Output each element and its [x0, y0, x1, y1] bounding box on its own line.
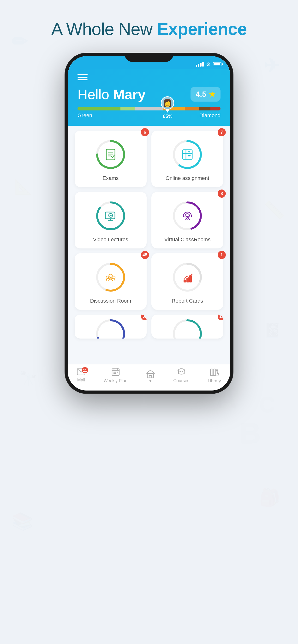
svg-rect-65	[149, 376, 152, 378]
nav-item-library[interactable]: Library	[208, 368, 221, 384]
svg-text:B: B	[240, 417, 261, 449]
notch	[125, 53, 173, 62]
progress-segment-lightgreen	[120, 107, 135, 110]
avatar-wrapper: 👩 65%	[161, 96, 174, 119]
svg-text:📐: 📐	[14, 178, 32, 195]
greeting-text: Hello	[77, 86, 113, 102]
card-label-discussion-room: Discussion Room	[90, 298, 131, 304]
svg-text:📚: 📚	[12, 512, 33, 532]
card-icon-wrapper-virtual-classrooms	[171, 199, 204, 233]
menu-card-virtual-classrooms[interactable]: 8 Virtual ClassRooms	[152, 192, 223, 248]
badge-virtual-classrooms: 8	[218, 190, 226, 198]
home-icon	[146, 370, 155, 379]
card-icon-wrapper-item7	[94, 317, 127, 329]
progress-labels: Green Diamond	[77, 112, 221, 118]
battery-icon	[213, 62, 221, 66]
svg-text:🎒: 🎒	[259, 488, 280, 508]
badge-report-cards: 1	[218, 251, 226, 259]
nav-item-home[interactable]	[146, 370, 155, 382]
header: Hello Mary 4.5 ★ 👩 65%	[68, 69, 230, 126]
nav-label-courses: Courses	[173, 378, 189, 383]
badge-exams: 6	[141, 128, 149, 136]
avatar-image: 👩	[163, 98, 172, 108]
card-label-virtual-classrooms: Virtual ClassRooms	[164, 236, 211, 243]
progress-section: 👩 65% Green Diamond	[77, 107, 221, 118]
card-icon-report-cards	[179, 269, 196, 286]
main-content[interactable]: 6 Exams 7	[68, 126, 230, 364]
page-title-normal: A Whole New	[51, 20, 157, 38]
svg-text:C: C	[259, 393, 275, 417]
svg-rect-19	[183, 150, 192, 159]
nav-badge-mail: 11	[82, 367, 88, 373]
greeting: Hello Mary	[77, 86, 146, 102]
svg-text:✈: ✈	[264, 54, 280, 76]
card-label-report-cards: Report Cards	[172, 298, 203, 304]
card-icon-wrapper-discussion-room	[94, 260, 127, 294]
progress-percent: 65%	[163, 114, 172, 119]
badge-online-assignment: 7	[218, 128, 226, 136]
weekly-plan-icon-wrapper	[112, 368, 120, 377]
card-icon-wrapper-video-lectures	[94, 199, 127, 233]
card-icon-online-assignment	[179, 146, 196, 163]
mail-icon-wrapper: 11	[77, 368, 85, 376]
svg-point-49	[191, 274, 192, 275]
menu-card-discussion-room[interactable]: 45 Discussion Room	[75, 253, 146, 310]
card-icon-wrapper-online-assignment	[171, 138, 204, 171]
card-label-video-lectures: Video Lectures	[93, 236, 128, 243]
svg-rect-67	[213, 369, 216, 376]
nav-item-courses[interactable]: Courses	[173, 368, 189, 383]
card-icon-video-lectures	[102, 208, 119, 224]
progress-label-right: Diamond	[199, 112, 221, 118]
page-title: A Whole New Experience	[51, 19, 247, 39]
svg-rect-47	[186, 278, 189, 282]
courses-icon-wrapper	[177, 368, 186, 377]
card-label-exams: Exams	[102, 175, 118, 181]
hamburger-menu[interactable]	[77, 74, 221, 80]
svg-point-42	[106, 276, 108, 278]
avatar-pin	[166, 109, 169, 112]
menu-card-video-lectures[interactable]: Video Lectures	[75, 192, 146, 248]
progress-segment-brown	[199, 107, 211, 110]
rating-badge: 4.5 ★	[191, 87, 221, 102]
card-icon-discussion-room	[102, 269, 119, 286]
bottom-nav: 11 Mail Weekly Plan	[68, 364, 230, 390]
badge-item7: 31	[141, 314, 146, 320]
badge-discussion-room: 45	[141, 251, 149, 259]
badge-item8: 13	[218, 314, 223, 320]
phone-screen: ⊗ Hello Mary 4.5 ★	[68, 56, 230, 390]
nav-item-weekly-plan[interactable]: Weekly Plan	[104, 368, 128, 383]
svg-text:🔭: 🔭	[19, 370, 37, 387]
wifi-icon: ⊗	[206, 61, 210, 67]
progress-bar	[77, 107, 221, 110]
menu-card-online-assignment[interactable]: 7 Online assignment	[152, 130, 223, 187]
svg-point-36	[187, 217, 188, 218]
svg-text:📏: 📏	[264, 200, 285, 220]
nav-item-mail[interactable]: 11 Mail	[77, 368, 85, 382]
card-icon-wrapper-item8	[171, 317, 204, 329]
card-icon-virtual-classrooms	[179, 208, 196, 224]
card-label-online-assignment: Online assignment	[166, 175, 209, 181]
svg-rect-59	[113, 372, 115, 372]
menu-card-item8[interactable]: 13	[152, 314, 223, 338]
svg-rect-62	[113, 373, 115, 374]
nav-label-weekly-plan: Weekly Plan	[104, 378, 128, 383]
progress-segment-green	[77, 107, 120, 110]
svg-rect-63	[115, 373, 116, 374]
svg-rect-46	[184, 280, 186, 282]
phone-frame: ⊗ Hello Mary 4.5 ★	[65, 53, 233, 394]
svg-rect-13	[106, 149, 115, 160]
menu-card-report-cards[interactable]: 1 Report Cards	[152, 253, 223, 310]
library-icon-wrapper	[210, 368, 219, 377]
progress-segment-red	[210, 107, 221, 110]
svg-point-43	[113, 276, 115, 278]
menu-card-exams[interactable]: 6 Exams	[75, 130, 146, 187]
home-dot	[150, 380, 152, 382]
svg-rect-61	[117, 372, 118, 372]
menu-card-item7[interactable]: 31	[75, 314, 146, 338]
svg-text:✏: ✏	[12, 31, 28, 52]
signal-bars-icon	[196, 62, 204, 66]
progress-label-left: Green	[77, 112, 92, 118]
nav-label-library: Library	[208, 378, 221, 384]
rating-value: 4.5	[196, 90, 206, 99]
card-icon-wrapper-exams	[94, 138, 127, 171]
